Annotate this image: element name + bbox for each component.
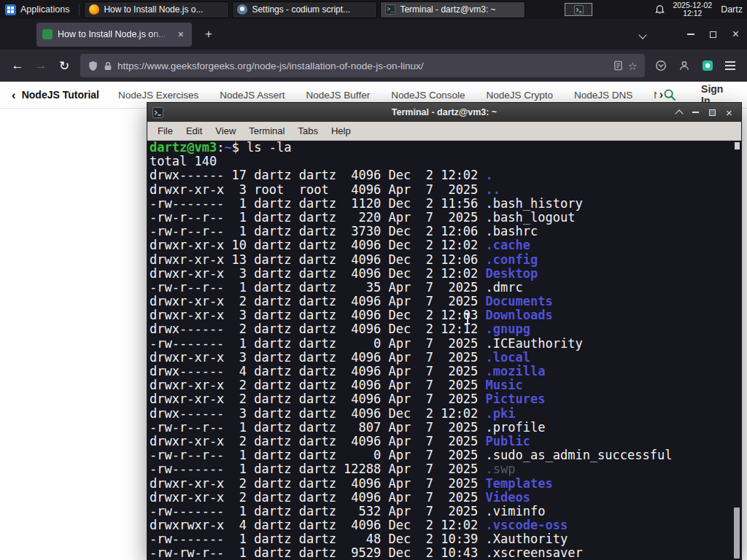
terminal-output[interactable]: dartz@vm3:~$ ls -latotal 140drwx------ 1…: [147, 141, 741, 560]
site-nav-link[interactable]: NodeJS Assert: [220, 90, 285, 101]
terminal-output-line: -rw------- 1 dartz dartz 12288 Apr 7 202…: [150, 462, 741, 476]
scrollbar-thumb[interactable]: [734, 508, 740, 559]
geeksforgeeks-favicon: [42, 29, 53, 39]
terminal-close-button[interactable]: ×: [721, 104, 738, 120]
reload-button[interactable]: ↻: [53, 55, 76, 77]
reader-mode-icon[interactable]: [614, 61, 623, 71]
terminal-output-line: -rw------- 1 dartz dartz 532 Apr 7 2025 …: [150, 505, 741, 518]
terminal-output-line: drwx------ 3 dartz dartz 4096 Dec 2 12:0…: [150, 407, 741, 421]
terminal-total-line: total 140: [150, 155, 741, 168]
site-nav-link[interactable]: NodeJS Buffer: [306, 90, 371, 101]
url-bar[interactable]: https://www.geeksforgeeks.org/node-js/in…: [80, 54, 645, 77]
site-nav-link[interactable]: Node: [654, 90, 656, 101]
search-icon[interactable]: [663, 88, 676, 101]
window-maximize-button[interactable]: [702, 23, 724, 45]
terminal-output-line: drwx------ 17 dartz dartz 4096 Dec 2 12:…: [150, 168, 741, 182]
file-name: .mozilla: [486, 364, 546, 378]
panel-clock[interactable]: 2025-12-02 12:12: [673, 1, 712, 18]
lock-icon[interactable]: [104, 61, 112, 71]
terminal-output-line: drwxr-xr-x 2 dartz dartz 4096 Apr 7 2025…: [150, 491, 741, 505]
rollup-button[interactable]: [670, 104, 687, 120]
file-name: .Xauthority: [486, 532, 568, 546]
window-minimize-button[interactable]: [679, 23, 702, 45]
terminal-output-line: drwxr-xr-x 3 dartz dartz 4096 Dec 2 12:0…: [150, 267, 741, 281]
file-name: .bashrc: [486, 224, 538, 238]
terminal-output-line: drwxr-xr-x 2 dartz dartz 4096 Apr 7 2025…: [150, 295, 741, 308]
terminal-menu-tabs[interactable]: Tabs: [291, 125, 324, 136]
pocket-icon[interactable]: [655, 60, 667, 71]
taskbar-button-label: Settings - codium script...: [252, 4, 350, 15]
chevron-up-icon: [675, 109, 683, 117]
scrollbar-corner: [735, 142, 740, 149]
terminal-output-line: -rw-r--r-- 1 dartz dartz 0 Apr 7 2025 .s…: [150, 448, 741, 462]
new-tab-button[interactable]: +: [199, 26, 218, 43]
file-name: ..: [486, 182, 500, 197]
tracking-protection-shield-icon[interactable]: [88, 61, 98, 71]
terminal-minimize-button[interactable]: [687, 104, 704, 120]
terminal-output-line: drwxr-xr-x 3 dartz dartz 4096 Dec 2 12:0…: [150, 308, 741, 322]
chevron-left-icon[interactable]: ‹: [12, 89, 16, 101]
browser-tab[interactable]: How to Install Node.js on... ×: [36, 23, 192, 47]
terminal-output-line: -rw-r--r-- 1 dartz dartz 220 Apr 7 2025 …: [150, 211, 741, 225]
terminal-menu-view[interactable]: View: [209, 125, 242, 136]
site-nav-link[interactable]: NodeJS Exercises: [118, 90, 198, 101]
terminal-output-line: drwxr-xr-x 2 dartz dartz 4096 Apr 7 2025…: [150, 392, 741, 406]
terminal-output-line: -rw------- 1 dartz dartz 1120 Dec 2 11:5…: [150, 197, 741, 211]
terminal-titlebar[interactable]: Terminal - dartz@vm3: ~ ×: [147, 103, 741, 122]
tab-list-button[interactable]: [632, 23, 653, 45]
toolbar-right-icons: [654, 60, 741, 71]
terminal-menu-terminal[interactable]: Terminal: [242, 125, 291, 136]
terminal-output-line: drwxr-xr-x 2 dartz dartz 4096 Apr 7 2025…: [150, 477, 741, 491]
applications-label: Applications: [20, 4, 69, 15]
extension-icon[interactable]: [702, 60, 713, 71]
tab-close-button[interactable]: ×: [176, 28, 186, 40]
chevron-down-icon: [638, 31, 646, 39]
workspace-switcher[interactable]: [565, 3, 592, 16]
terminal-output-line: drwxr-xr-x 10 dartz dartz 4096 Dec 2 12:…: [150, 238, 741, 252]
applications-icon: [5, 4, 16, 15]
taskbar-button[interactable]: Settings - codium script...: [232, 1, 377, 18]
applications-menu[interactable]: Applications: [0, 0, 77, 19]
taskbar-button[interactable]: How to Install Node.js o...: [84, 1, 229, 18]
site-nav-link[interactable]: NodeJS DNS: [574, 90, 632, 101]
back-button[interactable]: ←: [6, 55, 29, 77]
site-nav-link[interactable]: NodeJS Console: [391, 90, 465, 101]
terminal-output-line: -rw------- 1 dartz dartz 48 Dec 2 10:39 …: [150, 532, 741, 546]
terminal-output-line: drwxr-xr-x 2 dartz dartz 4096 Apr 7 2025…: [150, 378, 741, 392]
notification-bell-icon[interactable]: [654, 4, 665, 15]
terminal-output-line: drwxr-xr-x 2 dartz dartz 4096 Apr 7 2025…: [150, 435, 741, 448]
bookmark-star-icon[interactable]: ☆: [628, 61, 638, 71]
taskbar-button-label: How to Install Node.js o...: [104, 4, 203, 15]
file-name: .pki: [486, 406, 516, 421]
file-name: Public: [486, 434, 530, 448]
terminal-output-line: -rw------- 1 dartz dartz 0 Apr 7 2025 .I…: [150, 337, 741, 351]
file-name: .gnupg: [486, 322, 530, 336]
terminal-window: Terminal - dartz@vm3: ~ × FileEditViewTe…: [147, 102, 742, 560]
file-name: Videos: [486, 490, 530, 505]
clock-time: 12:12: [673, 9, 712, 18]
terminal-icon: [152, 107, 163, 118]
terminal-window-buttons: ×: [670, 104, 741, 120]
terminal-output-line: -rw-r--r-- 1 dartz dartz 807 Apr 7 2025 …: [150, 421, 741, 435]
tab-title: How to Install Node.js on...: [58, 29, 171, 39]
forward-button[interactable]: →: [29, 55, 53, 77]
taskbar-button[interactable]: Terminal - dartz@vm3: ~: [380, 1, 525, 18]
window-close-button[interactable]: ×: [724, 23, 747, 45]
tutorial-title[interactable]: NodeJS Tutorial: [22, 89, 99, 101]
terminal-menu-file[interactable]: File: [151, 125, 179, 136]
terminal-maximize-button[interactable]: [704, 104, 721, 120]
terminal-menu-help[interactable]: Help: [325, 125, 357, 136]
file-name: .viminfo: [486, 504, 546, 518]
site-nav-links: NodeJS ExercisesNodeJS AssertNodeJS Buff…: [118, 90, 657, 101]
account-person-icon[interactable]: [678, 60, 690, 71]
terminal-menu-edit[interactable]: Edit: [179, 125, 209, 136]
hamburger-menu-icon[interactable]: [725, 65, 735, 66]
site-nav-link[interactable]: NodeJS Crypto: [486, 90, 553, 101]
file-name: Documents: [486, 294, 553, 308]
firefox-icon: [89, 4, 99, 15]
tab-bar: How to Install Node.js on... × + ×: [0, 19, 747, 50]
minimize-icon: [687, 34, 694, 35]
terminal-menubar: FileEditViewTerminalTabsHelp: [147, 122, 741, 141]
file-name: .cache: [486, 238, 530, 252]
file-name: Downloads: [486, 308, 553, 322]
